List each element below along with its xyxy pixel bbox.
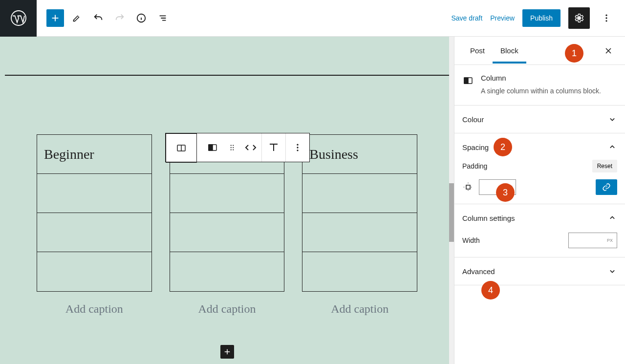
padding-label: Padding	[462, 162, 487, 170]
topbar-right: Save draft Preview Publish	[451, 7, 625, 29]
tab-post[interactable]: Post	[462, 38, 493, 64]
column-settings-panel: Column settings Width PX	[454, 204, 625, 257]
reset-button[interactable]: Reset	[592, 160, 617, 172]
save-draft-button[interactable]: Save draft	[451, 14, 482, 22]
table-cell[interactable]: Business	[309, 147, 358, 162]
block-card: Column A single column within a columns …	[454, 65, 625, 106]
block-toolbar	[165, 133, 310, 162]
advanced-panel[interactable]: Advanced	[454, 257, 625, 285]
chevron-up-icon	[607, 142, 617, 152]
width-label: Width	[462, 236, 480, 244]
align-icon[interactable]	[262, 133, 285, 162]
block-more-options-icon[interactable]	[286, 133, 309, 162]
add-block-button[interactable]	[46, 9, 64, 27]
table-block[interactable]: Business	[302, 134, 417, 292]
list-view-icon[interactable]	[154, 9, 172, 27]
svg-point-14	[233, 149, 234, 150]
caption-placeholder[interactable]: Add caption	[37, 302, 152, 316]
sidebar-tabs: Post Block	[454, 37, 625, 65]
svg-point-13	[231, 149, 232, 150]
close-sidebar-icon[interactable]	[600, 42, 617, 60]
edit-tool-icon[interactable]	[68, 9, 86, 27]
colour-panel[interactable]: Colour	[454, 106, 625, 133]
svg-point-12	[233, 147, 234, 148]
separator-block[interactable]	[5, 75, 449, 76]
svg-point-15	[297, 144, 298, 146]
table-block[interactable]: Beginner	[37, 134, 152, 292]
tab-block[interactable]: Block	[493, 38, 526, 64]
svg-point-16	[297, 147, 298, 148]
editor-main: Beginner Add caption Professional Add c	[0, 37, 625, 364]
table-cell[interactable]: Beginner	[44, 147, 94, 162]
redo-icon[interactable]	[111, 9, 129, 27]
width-input[interactable]: PX	[568, 233, 617, 248]
svg-point-17	[297, 150, 298, 151]
info-icon[interactable]	[132, 9, 150, 27]
annotation-1: 1	[565, 44, 583, 63]
preview-button[interactable]: Preview	[490, 14, 515, 22]
chevron-up-icon	[607, 213, 617, 223]
move-left-right-icon[interactable]	[240, 133, 261, 162]
settings-sidebar: Post Block Column A single column within…	[454, 37, 625, 364]
spacing-panel: Spacing Padding Reset PX	[454, 133, 625, 204]
more-options-icon[interactable]	[598, 9, 615, 27]
caption-placeholder[interactable]: Add caption	[302, 302, 417, 316]
svg-point-4	[605, 17, 607, 19]
svg-point-11	[231, 147, 232, 148]
annotation-2: 2	[494, 138, 512, 156]
table-cell[interactable]	[302, 174, 417, 213]
scrollbar-thumb[interactable]	[449, 183, 454, 242]
publish-button[interactable]: Publish	[522, 9, 560, 27]
colour-section-title: Colour	[462, 115, 484, 124]
column-icon[interactable]	[201, 133, 224, 162]
topbar-left-tools	[37, 9, 181, 27]
table-cell[interactable]	[37, 252, 151, 291]
block-description: A single column within a columns block.	[481, 86, 601, 96]
drag-handle-icon[interactable]	[224, 133, 240, 162]
parent-block-icon[interactable]	[166, 133, 197, 163]
table-cell[interactable]	[170, 252, 284, 291]
chevron-down-icon	[607, 266, 617, 276]
annotation-3: 3	[496, 183, 515, 202]
scrollbar-track[interactable]	[449, 37, 454, 364]
padding-sides-icon[interactable]	[462, 181, 474, 193]
svg-point-5	[605, 20, 607, 21]
caption-placeholder[interactable]: Add caption	[170, 302, 285, 316]
table-cell[interactable]	[37, 213, 151, 252]
table-cell[interactable]	[170, 174, 284, 213]
spacing-section-title: Spacing	[462, 143, 489, 151]
svg-point-3	[605, 15, 607, 16]
link-sides-button[interactable]	[596, 179, 617, 195]
column-block-icon	[462, 75, 474, 86]
table-cell[interactable]	[37, 174, 151, 213]
chevron-down-icon	[607, 114, 617, 124]
block-title: Column	[481, 74, 601, 82]
settings-button[interactable]	[568, 7, 590, 29]
svg-rect-20	[466, 185, 470, 189]
table-cell[interactable]	[302, 213, 417, 252]
svg-point-10	[233, 145, 234, 146]
column-settings-title: Column settings	[462, 214, 515, 222]
table-cell[interactable]	[170, 213, 284, 252]
svg-rect-8	[209, 145, 213, 150]
spacing-section-header[interactable]: Spacing	[462, 142, 617, 152]
wordpress-logo[interactable]	[0, 0, 37, 37]
inline-inserter-button[interactable]	[220, 345, 234, 359]
annotation-4: 4	[481, 281, 500, 300]
column-settings-header[interactable]: Column settings	[462, 213, 617, 223]
column-3[interactable]: Business Add caption	[302, 134, 417, 316]
svg-rect-19	[464, 78, 468, 84]
advanced-section-title: Advanced	[462, 267, 495, 276]
undo-icon[interactable]	[89, 9, 107, 27]
editor-topbar: Save draft Preview Publish	[0, 0, 625, 37]
table-cell[interactable]	[302, 252, 417, 291]
canvas-area: Beginner Add caption Professional Add c	[0, 37, 454, 364]
column-1[interactable]: Beginner Add caption	[37, 134, 152, 316]
svg-point-9	[231, 145, 232, 146]
svg-point-2	[578, 17, 581, 20]
